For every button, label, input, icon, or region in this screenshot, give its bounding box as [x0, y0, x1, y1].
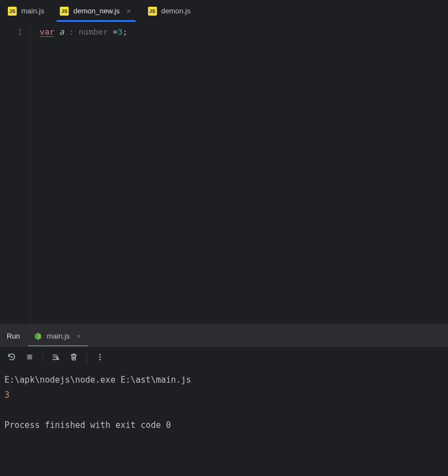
stop-button[interactable]: [25, 352, 35, 362]
toolbar-separator: [87, 351, 87, 363]
editor-tab-demon_newjs[interactable]: JS demon_new.js ×: [52, 0, 140, 22]
rerun-button[interactable]: [7, 352, 17, 362]
js-file-icon: JS: [60, 7, 69, 16]
editor-tab-mainjs[interactable]: JS main.js: [0, 0, 52, 22]
run-toolbar: [0, 347, 448, 367]
token-keyword: var: [40, 27, 54, 36]
run-config-tab[interactable]: main.js ×: [30, 326, 85, 346]
svg-point-3: [99, 359, 101, 360]
tab-label: demon_new.js: [73, 7, 120, 15]
console-command: E:\apk\nodejs\node.exe E:\ast\main.js: [4, 373, 444, 388]
run-panel: Run main.js ×: [0, 324, 448, 476]
js-file-icon: JS: [148, 7, 157, 16]
delete-button[interactable]: [69, 352, 79, 362]
close-icon[interactable]: ×: [75, 331, 82, 341]
token-var: a: [59, 27, 64, 36]
toolbar-separator: [42, 351, 43, 363]
more-button[interactable]: [95, 352, 105, 362]
editor-area[interactable]: 1 var a : number =3;: [0, 22, 448, 324]
tab-label: main.js: [21, 7, 44, 15]
editor-tabs-bar: JS main.js JS demon_new.js × JS demon.js: [0, 0, 448, 22]
svg-point-1: [99, 354, 101, 355]
console-process-msg: Process finished with exit code 0: [4, 418, 444, 433]
close-icon[interactable]: ×: [125, 6, 132, 16]
run-tab-label: main.js: [47, 332, 70, 340]
editor-gutter: 1: [0, 22, 31, 324]
nodejs-icon: [34, 332, 42, 341]
editor-tab-demonjs[interactable]: JS demon.js: [140, 0, 199, 22]
js-file-icon: JS: [8, 7, 17, 16]
token-semi: ;: [122, 27, 127, 36]
run-panel-header: Run main.js ×: [0, 325, 448, 347]
tab-label: demon.js: [161, 7, 191, 15]
line-number: 1: [0, 26, 22, 38]
code-area[interactable]: var a : number =3;: [31, 22, 448, 324]
token-eq: =: [108, 27, 117, 36]
scroll-to-end-button[interactable]: [51, 352, 61, 362]
svg-rect-0: [27, 354, 32, 359]
console-stdout: 3: [4, 388, 444, 403]
console-output[interactable]: E:\apk\nodejs\node.exe E:\ast\main.js 3 …: [0, 367, 448, 476]
token-typeann: : number: [69, 27, 108, 36]
svg-point-2: [99, 356, 101, 358]
run-panel-title: Run: [7, 332, 20, 340]
